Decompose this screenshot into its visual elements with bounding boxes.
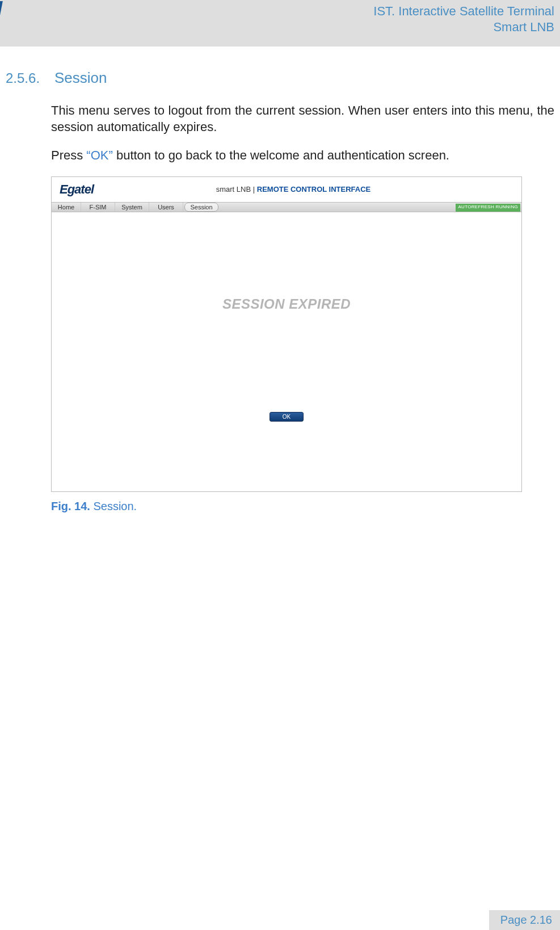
embedded-screenshot: Egatel smart LNB | REMOTE CONTROL INTERF… — [51, 176, 522, 492]
app-logo: Egatel — [60, 182, 94, 197]
section-title: Session — [54, 69, 107, 87]
header-title-line1: IST. Interactive Satellite Terminal — [373, 3, 554, 19]
app-title-bold: REMOTE CONTROL INTERFACE — [257, 185, 371, 193]
menu-item-fsim[interactable]: F-SIM — [81, 203, 115, 212]
header-titles: IST. Interactive Satellite Terminal Smar… — [373, 3, 554, 35]
app-title-plain: smart LNB | — [216, 185, 257, 193]
app-header: Egatel smart LNB | REMOTE CONTROL INTERF… — [52, 177, 521, 202]
figure-text: Session. — [90, 500, 137, 512]
para2-post: button to go back to the welcome and aut… — [113, 148, 449, 162]
figure-caption: Fig. 14. Session. — [51, 500, 554, 513]
figure-number: Fig. 14. — [51, 500, 90, 512]
autorefresh-badge: AUTOREFRESH RUNNING — [456, 204, 520, 212]
menu-item-home[interactable]: Home — [52, 203, 81, 212]
page-header: atel IST. Interactive Satellite Terminal… — [0, 0, 560, 47]
paragraph-ok: Press “OK” button to go back to the welc… — [51, 148, 554, 164]
menu-bar: Home F-SIM System Users Session AUTOREFR… — [52, 202, 521, 212]
menu-item-session[interactable]: Session — [184, 203, 218, 212]
app-title: smart LNB | REMOTE CONTROL INTERFACE — [116, 185, 521, 193]
session-expired-text: SESSION EXPIRED — [52, 296, 521, 312]
menu-item-system[interactable]: System — [115, 203, 149, 212]
menu-item-users[interactable]: Users — [149, 203, 183, 212]
para2-pre: Press — [51, 148, 86, 162]
section-number: 2.5.6. — [6, 70, 43, 86]
para2-ok-word: “OK” — [86, 148, 112, 162]
ok-button[interactable]: OK — [270, 412, 304, 422]
header-title-line2: Smart LNB — [373, 19, 554, 35]
watermark-logo: atel — [0, 0, 1, 32]
paragraph-intro: This menu serves to logout from the curr… — [51, 103, 554, 135]
